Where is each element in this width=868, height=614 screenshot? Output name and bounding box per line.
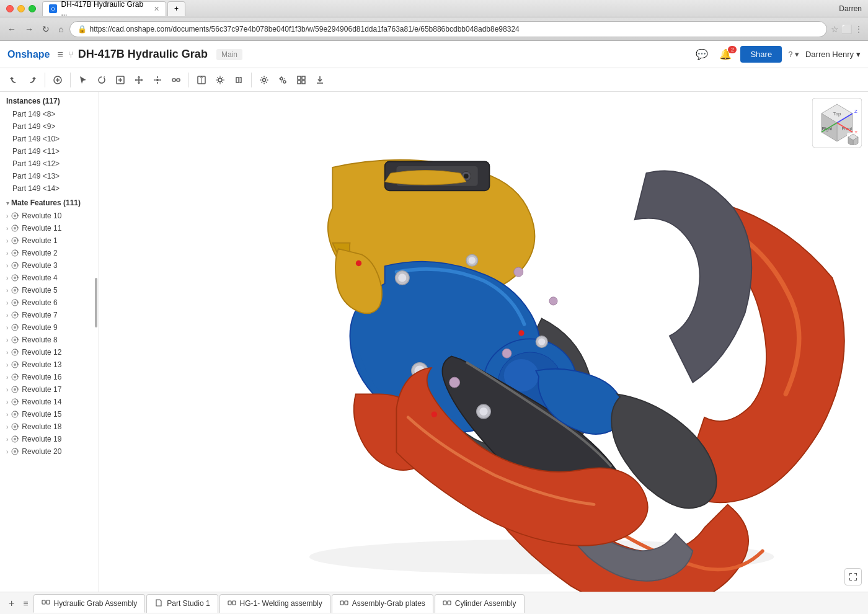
revolute-item-18[interactable]: › Revolute 19 — [0, 433, 99, 445]
revolute-item-11[interactable]: › Revolute 12 — [0, 346, 99, 358]
insert-button[interactable] — [49, 73, 66, 87]
section-view-button[interactable] — [193, 73, 210, 87]
bottom-tab-bar: + ≡ Hydraulic Grab Assembly Part Studio … — [0, 592, 868, 614]
instance-part-9[interactable]: Part 149 <9> — [0, 120, 99, 133]
gear1-button[interactable] — [255, 73, 273, 87]
active-browser-tab[interactable]: O DH-417B Hydraulic Grab ... ✕ — [42, 1, 166, 16]
instance-part-12[interactable]: Part 149 <12> — [0, 158, 99, 170]
mate-features-expand[interactable]: ▾ Mate Features (111) — [0, 195, 99, 210]
move-button[interactable] — [149, 73, 166, 87]
revolute-expand-arrow: › — [6, 275, 8, 282]
3d-model-svg — [99, 92, 868, 592]
viewport-3d[interactable]: Top Front Right Z X — [99, 92, 868, 592]
undo-button[interactable] — [5, 73, 22, 87]
revolute-item-15[interactable]: › Revolute 14 — [0, 396, 99, 408]
svg-rect-95 — [42, 600, 45, 604]
url-text: https://cad.onshape.com/documents/56c37c… — [89, 25, 819, 33]
branch-icon[interactable]: ⑂ — [68, 50, 73, 60]
revolute-item-8[interactable]: › Revolute 7 — [0, 309, 99, 321]
close-window-button[interactable] — [6, 5, 14, 12]
tab-close-button[interactable]: ✕ — [154, 5, 159, 13]
forward-button[interactable]: → — [22, 23, 36, 35]
tab-list-button[interactable]: ≡ — [19, 596, 32, 611]
svg-point-2 — [156, 79, 159, 81]
svg-point-7 — [263, 78, 266, 81]
instance-part-11[interactable]: Part 149 <11> — [0, 145, 99, 158]
revolute-item-16[interactable]: › Revolute 15 — [0, 408, 99, 420]
svg-point-33 — [14, 351, 16, 354]
revolute-item-19[interactable]: › Revolute 20 — [0, 445, 99, 458]
instance-part-10[interactable]: Part 149 <10> — [0, 133, 99, 145]
zoom-button[interactable] — [112, 73, 129, 87]
revolute-item-10[interactable]: › Revolute 8 — [0, 334, 99, 346]
refresh-button[interactable]: ↻ — [40, 23, 52, 35]
orientation-widget[interactable]: Top Front Right Z X — [812, 98, 862, 148]
revolute-label: Revolute 9 — [22, 323, 57, 332]
hamburger-menu-icon[interactable]: ≡ — [57, 49, 63, 60]
mate-button[interactable] — [167, 73, 185, 87]
tab-assembly-grab-plates[interactable]: Assembly-Grab plates — [332, 594, 433, 613]
svg-point-35 — [14, 363, 16, 366]
cast-icon[interactable]: ⬜ — [841, 24, 852, 34]
svg-rect-101 — [340, 601, 343, 605]
interference-button[interactable] — [230, 73, 247, 87]
share-button[interactable]: Share — [740, 46, 782, 63]
tab-hg1-welding[interactable]: HG-1- Welding assembly — [219, 594, 330, 613]
revolute-item-5[interactable]: › Revolute 4 — [0, 272, 99, 284]
home-button[interactable]: ⌂ — [56, 23, 66, 35]
document-branch-tag[interactable]: Main — [216, 49, 242, 60]
chat-icon[interactable]: 💬 — [693, 46, 711, 63]
svg-point-9 — [283, 81, 286, 83]
tab-part-studio-1[interactable]: Part Studio 1 — [146, 594, 218, 613]
revolute-item-14[interactable]: › Revolute 17 — [0, 383, 99, 396]
svg-point-67 — [450, 377, 460, 388]
new-tab-button[interactable]: + — [167, 1, 185, 16]
export-button[interactable] — [311, 73, 329, 87]
mate-features-header: Mate Features (111) — [11, 198, 81, 207]
svg-point-17 — [14, 252, 16, 254]
instance-part-14[interactable]: Part 149 <14> — [0, 182, 99, 195]
notification-badge[interactable]: 🔔 2 — [717, 48, 734, 60]
app-header: Onshape ≡ ⑂ DH-417B Hydraulic Grab Main … — [0, 41, 868, 68]
translate-button[interactable] — [130, 73, 148, 87]
help-button[interactable]: ? ▾ — [788, 50, 799, 59]
rotate-button[interactable] — [93, 73, 110, 87]
revolute-item-3[interactable]: › Revolute 2 — [0, 247, 99, 259]
minimize-window-button[interactable] — [17, 5, 25, 12]
explode-button[interactable] — [211, 73, 229, 87]
revolute-item-1[interactable]: › Revolute 11 — [0, 222, 99, 234]
revolute-item-4[interactable]: › Revolute 3 — [0, 259, 99, 272]
revolute-item-9[interactable]: › Revolute 9 — [0, 321, 99, 334]
menu-icon[interactable]: ⋮ — [854, 24, 863, 34]
revolute-label: Revolute 18 — [22, 422, 61, 431]
revolute-item-12[interactable]: › Revolute 13 — [0, 358, 99, 371]
tab-cylinder-assembly[interactable]: Cylinder Assembly — [435, 594, 525, 613]
toolbar-divider-3 — [188, 73, 189, 87]
revolute-item-7[interactable]: › Revolute 6 — [0, 296, 99, 309]
bookmark-icon[interactable]: ☆ — [831, 24, 839, 34]
user-menu[interactable]: Darren Henry ▾ — [805, 50, 861, 59]
onshape-logo[interactable]: Onshape — [7, 49, 50, 60]
main-toolbar — [0, 68, 868, 92]
url-bar[interactable]: 🔒 https://cad.onshape.com/documents/56c3… — [69, 21, 827, 37]
gear2-button[interactable] — [274, 73, 291, 87]
view-cube-button[interactable] — [847, 133, 859, 145]
toolbar-divider-2 — [70, 73, 71, 87]
maximize-window-button[interactable] — [29, 5, 36, 12]
fit-view-button[interactable] — [844, 568, 862, 585]
svg-point-27 — [14, 314, 16, 316]
grid-button[interactable] — [293, 73, 310, 87]
back-button[interactable]: ← — [5, 23, 19, 35]
tab-hydraulic-grab-assembly[interactable]: Hydraulic Grab Assembly — [33, 594, 146, 613]
redo-button[interactable] — [24, 73, 41, 87]
revolute-item-17[interactable]: › Revolute 18 — [0, 420, 99, 433]
revolute-item-2[interactable]: › Revolute 1 — [0, 234, 99, 247]
instance-part-13[interactable]: Part 149 <13> — [0, 170, 99, 182]
revolute-item-13[interactable]: › Revolute 16 — [0, 371, 99, 383]
revolute-item-6[interactable]: › Revolute 5 — [0, 284, 99, 296]
instance-part-8[interactable]: Part 149 <8> — [0, 108, 99, 120]
revolute-item-0[interactable]: › Revolute 10 — [0, 210, 99, 222]
select-button[interactable] — [74, 73, 92, 87]
add-tab-button[interactable]: + — [5, 595, 18, 612]
revolute-icon — [11, 224, 19, 233]
